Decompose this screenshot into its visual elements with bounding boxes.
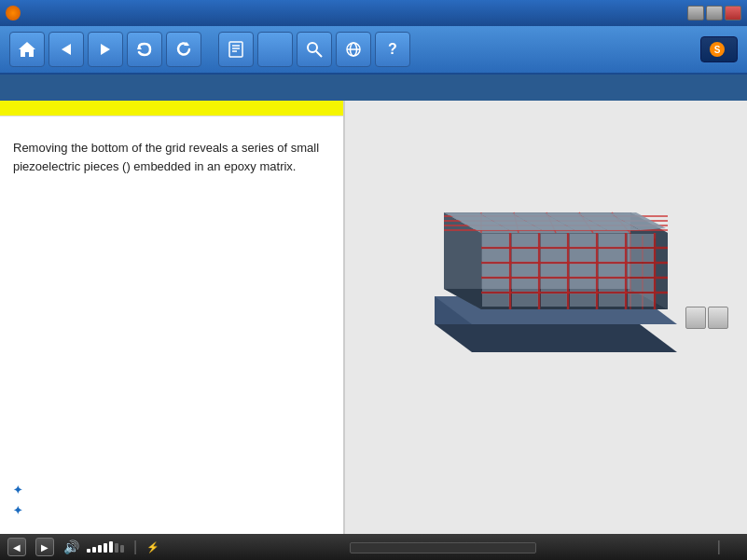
- vol-bar-3: [98, 545, 102, 553]
- svg-rect-77: [541, 279, 567, 292]
- svg-rect-86: [628, 294, 654, 307]
- diagram-navigation: [685, 307, 728, 329]
- minimize-button[interactable]: [687, 6, 704, 20]
- close-button[interactable]: [725, 6, 741, 20]
- viewed-section: [178, 540, 708, 553]
- svg-rect-81: [482, 294, 509, 307]
- breadcrumb-bar: [0, 75, 747, 101]
- vol-bar-4: [104, 543, 107, 553]
- svg-rect-67: [599, 249, 625, 262]
- svg-text:S: S: [714, 45, 721, 55]
- globe-button[interactable]: [336, 32, 371, 67]
- link-icon-2: ✦: [13, 504, 22, 517]
- title-bar: [0, 0, 747, 26]
- svg-rect-59: [541, 234, 567, 247]
- svg-rect-84: [570, 294, 596, 307]
- svg-marker-2: [101, 44, 110, 55]
- volume-bars: [87, 541, 124, 553]
- lightning-icon: ⚡: [146, 541, 159, 553]
- left-panel: Removing the bottom of the grid reveals …: [0, 101, 345, 534]
- svg-rect-61: [599, 234, 625, 247]
- svg-rect-58: [512, 234, 538, 247]
- svg-rect-62: [628, 234, 654, 247]
- app-icon: [6, 6, 21, 20]
- svg-rect-82: [512, 294, 538, 307]
- text-button[interactable]: [257, 32, 293, 67]
- page-view-button[interactable]: [218, 32, 254, 67]
- svg-rect-72: [570, 264, 596, 277]
- dimensional-parameters-link[interactable]: ✦: [13, 504, 330, 517]
- svg-line-10: [316, 51, 322, 57]
- undo-button[interactable]: [127, 32, 162, 67]
- main-content: Removing the bottom of the grid reveals …: [0, 101, 747, 534]
- svg-rect-60: [570, 234, 596, 247]
- svg-rect-80: [628, 279, 654, 292]
- forward-button[interactable]: [88, 32, 123, 67]
- svg-rect-78: [570, 279, 596, 292]
- svg-marker-1: [62, 44, 71, 55]
- svg-rect-76: [512, 279, 538, 292]
- status-bar: ◀ ▶ 🔊 | ⚡ |: [0, 534, 747, 560]
- links-section: ✦ ✦: [0, 474, 343, 534]
- paragraph-4: Removing the bottom of the grid reveals …: [13, 139, 330, 175]
- transducer-diagram: [407, 147, 686, 389]
- svg-rect-66: [570, 249, 596, 262]
- svg-rect-71: [541, 264, 567, 277]
- svg-rect-65: [541, 249, 567, 262]
- simula-logo: S: [700, 36, 738, 62]
- svg-rect-64: [512, 249, 538, 262]
- toolbar: ? S: [0, 26, 747, 75]
- vol-bar-7: [120, 545, 124, 553]
- svg-rect-63: [482, 249, 509, 262]
- svg-rect-5: [229, 42, 242, 57]
- vol-bar-2: [92, 547, 96, 553]
- section-header: [0, 101, 343, 116]
- diagram-next-button[interactable]: [708, 307, 728, 329]
- breadcrumb: [9, 81, 24, 95]
- status-next-button[interactable]: ▶: [35, 538, 54, 556]
- progress-track: [350, 542, 536, 553]
- svg-rect-70: [512, 264, 538, 277]
- vol-bar-5: [109, 541, 113, 553]
- status-prev-button[interactable]: ◀: [7, 538, 26, 556]
- volume-icon: 🔊: [63, 540, 79, 554]
- volume-control: 🔊: [63, 540, 124, 554]
- back-button[interactable]: [48, 32, 84, 67]
- link-icon-1: ✦: [13, 484, 22, 497]
- help-button[interactable]: ?: [375, 32, 410, 67]
- svg-marker-17: [435, 324, 677, 352]
- diagram-prev-button[interactable]: [685, 307, 706, 329]
- svg-rect-73: [599, 264, 625, 277]
- vol-bar-6: [115, 543, 118, 553]
- svg-rect-85: [599, 294, 625, 307]
- svg-rect-74: [628, 264, 654, 277]
- window-controls: [687, 6, 741, 20]
- svg-rect-83: [541, 294, 567, 307]
- content-text: Removing the bottom of the grid reveals …: [0, 116, 343, 474]
- restore-button[interactable]: [706, 6, 723, 20]
- right-panel: [345, 101, 747, 534]
- vol-bar-1: [87, 549, 90, 553]
- svg-rect-79: [599, 279, 625, 292]
- svg-rect-69: [482, 264, 509, 277]
- svg-rect-75: [482, 279, 509, 292]
- refresh-button[interactable]: [166, 32, 201, 67]
- home-button[interactable]: [9, 32, 45, 67]
- svg-marker-0: [19, 42, 35, 57]
- transducer-shape-link[interactable]: ✦: [13, 484, 330, 497]
- svg-rect-57: [482, 234, 509, 247]
- search-button[interactable]: [297, 32, 332, 67]
- svg-point-9: [308, 43, 317, 52]
- svg-rect-68: [628, 249, 654, 262]
